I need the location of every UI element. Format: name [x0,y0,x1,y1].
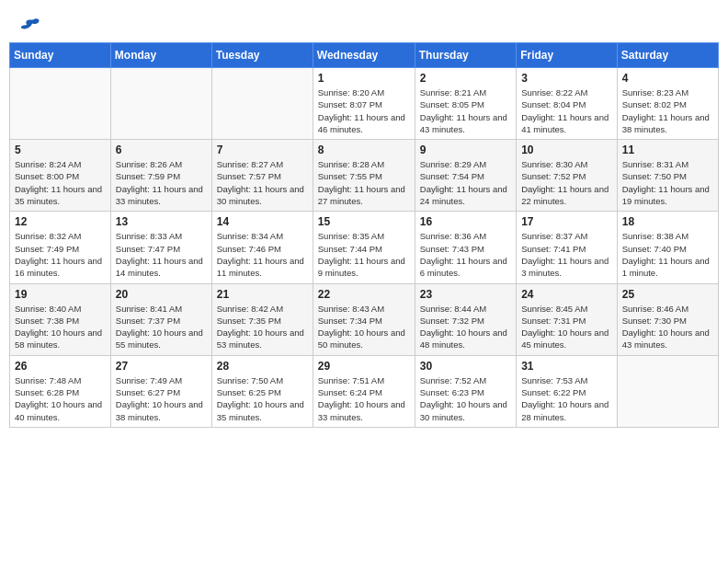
calendar-cell: 16Sunrise: 8:36 AM Sunset: 7:43 PM Dayli… [415,212,516,283]
day-header-thursday: Thursday [415,43,516,68]
calendar-cell: 5Sunrise: 8:24 AM Sunset: 8:00 PM Daylig… [10,140,111,212]
day-number: 29 [318,360,410,373]
day-info: Sunrise: 8:45 AM Sunset: 7:31 PM Dayligh… [521,303,612,351]
day-info: Sunrise: 8:20 AM Sunset: 8:07 PM Dayligh… [318,86,410,135]
day-number: 13 [116,215,207,228]
day-info: Sunrise: 7:52 AM Sunset: 6:23 PM Dayligh… [420,374,511,423]
calendar-cell: 12Sunrise: 8:32 AM Sunset: 7:49 PM Dayli… [10,212,111,283]
day-number: 31 [521,360,612,373]
day-number: 15 [318,215,410,228]
day-number: 24 [521,288,612,301]
calendar-cell [10,68,111,140]
day-info: Sunrise: 7:49 AM Sunset: 6:27 PM Dayligh… [116,374,207,423]
day-info: Sunrise: 8:23 AM Sunset: 8:02 PM Dayligh… [622,86,713,135]
day-info: Sunrise: 8:28 AM Sunset: 7:55 PM Dayligh… [318,158,410,207]
day-number: 8 [318,144,410,156]
day-info: Sunrise: 8:22 AM Sunset: 8:04 PM Dayligh… [521,86,612,135]
calendar-cell: 11Sunrise: 8:31 AM Sunset: 7:50 PM Dayli… [617,140,718,212]
day-info: Sunrise: 8:32 AM Sunset: 7:49 PM Dayligh… [15,230,106,279]
day-number: 14 [217,215,308,228]
day-header-sunday: Sunday [10,43,111,68]
day-number: 20 [116,288,207,301]
calendar-cell: 25Sunrise: 8:46 AM Sunset: 7:30 PM Dayli… [617,283,718,355]
calendar-week-4: 19Sunrise: 8:40 AM Sunset: 7:38 PM Dayli… [10,283,719,355]
logo-bird-icon [20,17,40,33]
calendar-cell: 3Sunrise: 8:22 AM Sunset: 8:04 PM Daylig… [517,68,618,140]
calendar-cell: 30Sunrise: 7:52 AM Sunset: 6:23 PM Dayli… [415,355,516,427]
day-info: Sunrise: 8:44 AM Sunset: 7:32 PM Dayligh… [420,303,511,351]
day-number: 16 [420,215,511,228]
day-info: Sunrise: 7:51 AM Sunset: 6:24 PM Dayligh… [318,374,410,423]
calendar-cell: 1Sunrise: 8:20 AM Sunset: 8:07 PM Daylig… [313,68,415,140]
calendar-week-3: 12Sunrise: 8:32 AM Sunset: 7:49 PM Dayli… [10,212,719,283]
calendar-cell [211,68,313,140]
day-number: 25 [622,288,713,301]
day-info: Sunrise: 8:24 AM Sunset: 8:00 PM Dayligh… [15,158,106,207]
day-number: 30 [420,360,511,373]
day-number: 1 [318,72,410,85]
calendar-cell: 6Sunrise: 8:26 AM Sunset: 7:59 PM Daylig… [110,140,211,212]
day-info: Sunrise: 8:35 AM Sunset: 7:44 PM Dayligh… [318,230,410,279]
day-number: 23 [420,288,511,301]
day-info: Sunrise: 8:41 AM Sunset: 7:37 PM Dayligh… [116,303,207,351]
day-number: 2 [420,72,511,85]
calendar-cell: 31Sunrise: 7:53 AM Sunset: 6:22 PM Dayli… [517,355,618,427]
day-info: Sunrise: 7:48 AM Sunset: 6:28 PM Dayligh… [15,374,106,423]
calendar-cell [110,68,211,140]
day-number: 17 [521,215,612,228]
day-info: Sunrise: 8:37 AM Sunset: 7:41 PM Dayligh… [521,230,612,279]
day-header-tuesday: Tuesday [211,43,313,68]
header [9,9,719,37]
day-info: Sunrise: 8:31 AM Sunset: 7:50 PM Dayligh… [622,158,713,207]
day-info: Sunrise: 8:43 AM Sunset: 7:34 PM Dayligh… [318,303,410,351]
day-number: 3 [521,72,612,85]
calendar-cell: 13Sunrise: 8:33 AM Sunset: 7:47 PM Dayli… [110,212,211,283]
calendar-cell: 24Sunrise: 8:45 AM Sunset: 7:31 PM Dayli… [517,283,618,355]
calendar-cell: 18Sunrise: 8:38 AM Sunset: 7:40 PM Dayli… [617,212,718,283]
day-info: Sunrise: 8:30 AM Sunset: 7:52 PM Dayligh… [521,158,612,207]
calendar-cell: 9Sunrise: 8:29 AM Sunset: 7:54 PM Daylig… [415,140,516,212]
day-number: 11 [622,144,713,156]
calendar-cell: 23Sunrise: 8:44 AM Sunset: 7:32 PM Dayli… [415,283,516,355]
calendar-cell: 14Sunrise: 8:34 AM Sunset: 7:46 PM Dayli… [211,212,313,283]
day-number: 18 [622,215,713,228]
calendar-cell: 4Sunrise: 8:23 AM Sunset: 8:02 PM Daylig… [617,68,718,140]
calendar-cell: 27Sunrise: 7:49 AM Sunset: 6:27 PM Dayli… [110,355,211,427]
calendar-cell: 15Sunrise: 8:35 AM Sunset: 7:44 PM Dayli… [313,212,415,283]
day-number: 12 [15,215,106,228]
day-header-saturday: Saturday [617,43,718,68]
calendar-cell: 7Sunrise: 8:27 AM Sunset: 7:57 PM Daylig… [211,140,313,212]
calendar-cell: 29Sunrise: 7:51 AM Sunset: 6:24 PM Dayli… [313,355,415,427]
day-number: 21 [217,288,308,301]
day-number: 27 [116,360,207,373]
calendar-cell: 26Sunrise: 7:48 AM Sunset: 6:28 PM Dayli… [10,355,111,427]
day-number: 9 [420,144,511,156]
calendar-cell: 17Sunrise: 8:37 AM Sunset: 7:41 PM Dayli… [517,212,618,283]
day-info: Sunrise: 8:29 AM Sunset: 7:54 PM Dayligh… [420,158,511,207]
day-number: 4 [622,72,713,85]
day-info: Sunrise: 8:46 AM Sunset: 7:30 PM Dayligh… [622,303,713,351]
calendar-cell [617,355,718,427]
calendar-cell: 19Sunrise: 8:40 AM Sunset: 7:38 PM Dayli… [10,283,111,355]
day-info: Sunrise: 8:36 AM Sunset: 7:43 PM Dayligh… [420,230,511,279]
calendar-cell: 10Sunrise: 8:30 AM Sunset: 7:52 PM Dayli… [517,140,618,212]
day-number: 22 [318,288,410,301]
day-info: Sunrise: 7:53 AM Sunset: 6:22 PM Dayligh… [521,374,612,423]
calendar-week-1: 1Sunrise: 8:20 AM Sunset: 8:07 PM Daylig… [10,68,719,140]
day-header-monday: Monday [110,43,211,68]
day-header-wednesday: Wednesday [313,43,415,68]
calendar-cell: 22Sunrise: 8:43 AM Sunset: 7:34 PM Dayli… [313,283,415,355]
day-info: Sunrise: 8:27 AM Sunset: 7:57 PM Dayligh… [217,158,308,207]
day-info: Sunrise: 8:40 AM Sunset: 7:38 PM Dayligh… [15,303,106,351]
day-info: Sunrise: 8:21 AM Sunset: 8:05 PM Dayligh… [420,86,511,135]
calendar-week-2: 5Sunrise: 8:24 AM Sunset: 8:00 PM Daylig… [10,140,719,212]
calendar-cell: 28Sunrise: 7:50 AM Sunset: 6:25 PM Dayli… [211,355,313,427]
day-number: 7 [217,144,308,156]
calendar-cell: 21Sunrise: 8:42 AM Sunset: 7:35 PM Dayli… [211,283,313,355]
day-info: Sunrise: 8:38 AM Sunset: 7:40 PM Dayligh… [622,230,713,279]
day-header-friday: Friday [517,43,618,68]
day-info: Sunrise: 7:50 AM Sunset: 6:25 PM Dayligh… [217,374,308,423]
day-number: 28 [217,360,308,373]
day-number: 26 [15,360,106,373]
day-info: Sunrise: 8:42 AM Sunset: 7:35 PM Dayligh… [217,303,308,351]
